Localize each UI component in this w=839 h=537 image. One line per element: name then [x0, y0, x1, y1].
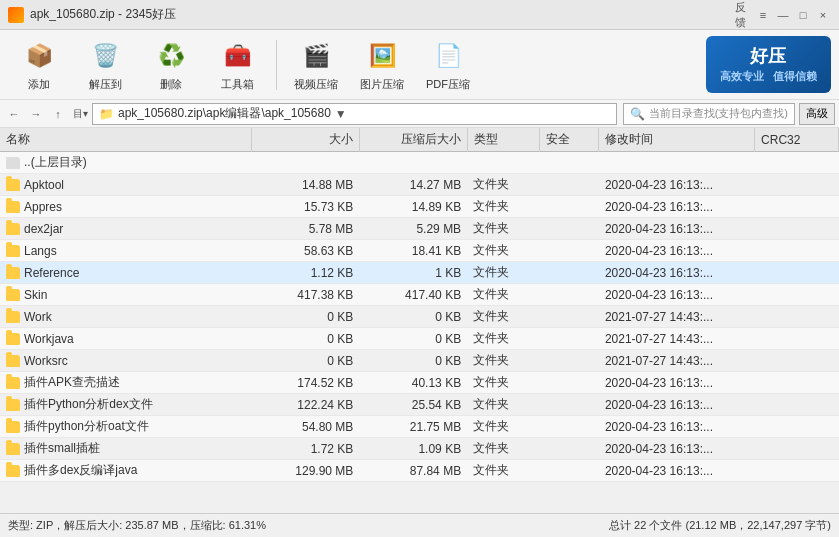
file-size-cell	[252, 152, 360, 174]
title-bar-controls: 反馈 ≡ — □ ×	[735, 7, 831, 23]
menu-button[interactable]: ≡	[755, 7, 771, 23]
file-mtime-cell: 2020-04-23 16:13:...	[599, 174, 755, 196]
folder-icon	[6, 267, 20, 279]
col-header-type[interactable]: 类型	[467, 128, 539, 152]
file-safe-cell	[539, 394, 599, 416]
delete-button[interactable]: ♻️ 删除	[140, 35, 202, 95]
file-size-cell: 0 KB	[252, 328, 360, 350]
file-name-cell: 插件python分析oat文件	[0, 416, 252, 438]
folder-icon	[6, 201, 20, 213]
file-type-cell: 文件夹	[467, 328, 539, 350]
forward-button[interactable]: →	[26, 104, 46, 124]
table-row[interactable]: 插件small插桩1.72 KB1.09 KB文件夹2020-04-23 16:…	[0, 438, 839, 460]
folder-icon	[6, 245, 20, 257]
table-row[interactable]: Apktool14.88 MB14.27 MB文件夹2020-04-23 16:…	[0, 174, 839, 196]
file-table: 名称 大小 压缩后大小 类型 安全 修改时间	[0, 128, 839, 482]
col-header-mtime[interactable]: 修改时间	[599, 128, 755, 152]
advanced-button[interactable]: 高级	[799, 103, 835, 125]
address-path[interactable]: 📁 apk_105680.zip\apk编辑器\apk_105680 ▼	[92, 103, 617, 125]
table-row[interactable]: 插件Python分析dex文件122.24 KB25.54 KB文件夹2020-…	[0, 394, 839, 416]
path-dropdown-icon[interactable]: ▼	[335, 107, 347, 121]
table-row[interactable]: Workjava0 KB0 KB文件夹2021-07-27 14:43:...	[0, 328, 839, 350]
file-crc-cell	[755, 174, 839, 196]
tools-button[interactable]: 🧰 工具箱	[206, 35, 268, 95]
extract-icon: 🗑️	[87, 38, 123, 74]
table-header-row: 名称 大小 压缩后大小 类型 安全 修改时间	[0, 128, 839, 152]
address-bar: ← → ↑ 目▾ 📁 apk_105680.zip\apk编辑器\apk_105…	[0, 100, 839, 128]
folder-icon	[6, 443, 20, 455]
table-row[interactable]: dex2jar5.78 MB5.29 MB文件夹2020-04-23 16:13…	[0, 218, 839, 240]
extract-button[interactable]: 🗑️ 解压到	[74, 35, 136, 95]
file-safe-cell	[539, 284, 599, 306]
view-button[interactable]: 目▾	[70, 104, 90, 124]
video-compress-button[interactable]: 🎬 视频压缩	[285, 35, 347, 95]
close-button[interactable]: ×	[815, 7, 831, 23]
file-name-cell: Worksrc	[0, 350, 252, 372]
table-row[interactable]: Langs58.63 KB18.41 KB文件夹2020-04-23 16:13…	[0, 240, 839, 262]
title-bar: apk_105680.zip - 2345好压 反馈 ≡ — □ ×	[0, 0, 839, 30]
file-crc-cell	[755, 196, 839, 218]
file-safe-cell	[539, 174, 599, 196]
pdf-label: PDF压缩	[426, 77, 470, 92]
col-header-csize[interactable]: 压缩后大小	[359, 128, 467, 152]
file-csize-cell: 0 KB	[359, 328, 467, 350]
col-header-size[interactable]: 大小	[252, 128, 360, 152]
maximize-button[interactable]: □	[795, 7, 811, 23]
up-button[interactable]: ↑	[48, 104, 68, 124]
table-row[interactable]: Work0 KB0 KB文件夹2021-07-27 14:43:...	[0, 306, 839, 328]
file-mtime-cell: 2020-04-23 16:13:...	[599, 262, 755, 284]
file-safe-cell	[539, 218, 599, 240]
col-header-name[interactable]: 名称	[0, 128, 252, 152]
file-name-cell: Langs	[0, 240, 252, 262]
back-button[interactable]: ←	[4, 104, 24, 124]
file-name-cell: 插件Python分析dex文件	[0, 394, 252, 416]
add-icon: 📦	[21, 38, 57, 74]
file-type-cell: 文件夹	[467, 218, 539, 240]
minimize-button[interactable]: —	[775, 7, 791, 23]
file-name-cell: Reference	[0, 262, 252, 284]
table-row[interactable]: Skin417.38 KB417.40 KB文件夹2020-04-23 16:1…	[0, 284, 839, 306]
table-row[interactable]: 插件多dex反编译java129.90 MB87.84 MB文件夹2020-04…	[0, 460, 839, 482]
table-row[interactable]: ..(上层目录)	[0, 152, 839, 174]
video-icon: 🎬	[298, 38, 334, 74]
parent-folder-icon	[6, 157, 20, 169]
file-mtime-cell: 2021-07-27 14:43:...	[599, 350, 755, 372]
file-name-cell: ..(上层目录)	[0, 152, 252, 174]
pdf-compress-button[interactable]: 📄 PDF压缩	[417, 35, 479, 95]
table-row[interactable]: Worksrc0 KB0 KB文件夹2021-07-27 14:43:...	[0, 350, 839, 372]
status-bar: 类型: ZIP，解压后大小: 235.87 MB，压缩比: 61.31% 总计 …	[0, 513, 839, 537]
folder-icon	[6, 421, 20, 433]
file-list[interactable]: 名称 大小 压缩后大小 类型 安全 修改时间	[0, 128, 839, 513]
file-csize-cell: 25.54 KB	[359, 394, 467, 416]
file-size-cell: 122.24 KB	[252, 394, 360, 416]
file-mtime-cell: 2020-04-23 16:13:...	[599, 284, 755, 306]
table-row[interactable]: 插件APK查壳描述174.52 KB40.13 KB文件夹2020-04-23 …	[0, 372, 839, 394]
file-name-cell: Skin	[0, 284, 252, 306]
file-crc-cell	[755, 328, 839, 350]
file-mtime-cell: 2020-04-23 16:13:...	[599, 416, 755, 438]
file-name-cell: 插件small插桩	[0, 438, 252, 460]
file-mtime-cell	[599, 152, 755, 174]
table-row[interactable]: 插件python分析oat文件54.80 MB21.75 MB文件夹2020-0…	[0, 416, 839, 438]
col-header-safe[interactable]: 安全	[539, 128, 599, 152]
file-csize-cell: 0 KB	[359, 350, 467, 372]
file-size-cell: 129.90 MB	[252, 460, 360, 482]
file-type-cell: 文件夹	[467, 416, 539, 438]
table-row[interactable]: Reference1.12 KB1 KB文件夹2020-04-23 16:13:…	[0, 262, 839, 284]
tools-icon: 🧰	[219, 38, 255, 74]
file-size-cell: 1.12 KB	[252, 262, 360, 284]
file-size-cell: 5.78 MB	[252, 218, 360, 240]
table-row[interactable]: Appres15.73 KB14.89 KB文件夹2020-04-23 16:1…	[0, 196, 839, 218]
folder-icon	[6, 377, 20, 389]
file-name-cell: Workjava	[0, 328, 252, 350]
status-left: 类型: ZIP，解压后大小: 235.87 MB，压缩比: 61.31%	[8, 518, 589, 533]
file-name-cell: 插件APK查壳描述	[0, 372, 252, 394]
col-header-crc[interactable]: CRC32	[755, 128, 839, 152]
file-type-cell: 文件夹	[467, 262, 539, 284]
add-button[interactable]: 📦 添加	[8, 35, 70, 95]
feedback-button[interactable]: 反馈	[735, 7, 751, 23]
search-box[interactable]: 🔍 当前目录查找(支持包内查找)	[623, 103, 795, 125]
file-crc-cell	[755, 460, 839, 482]
image-compress-button[interactable]: 🖼️ 图片压缩	[351, 35, 413, 95]
file-size-cell: 54.80 MB	[252, 416, 360, 438]
